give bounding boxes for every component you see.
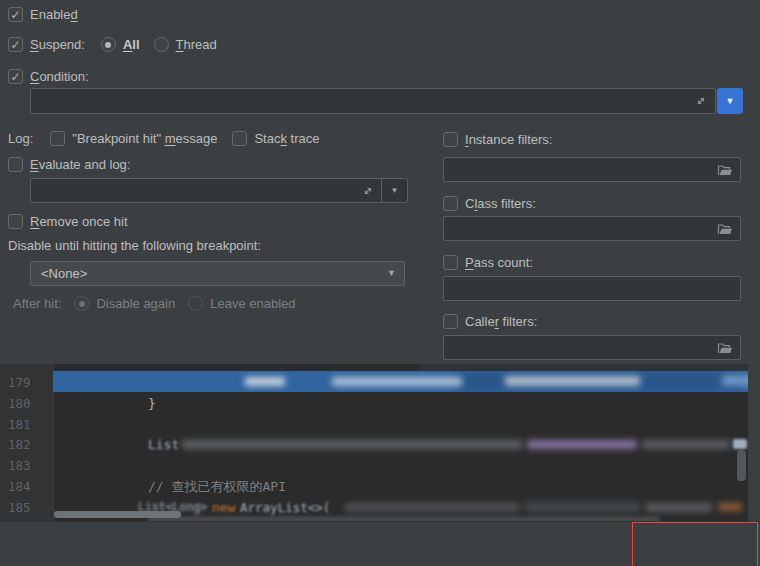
redacted-code-blur	[722, 375, 748, 386]
stack-trace-checkbox[interactable]	[232, 131, 247, 146]
dialog-footer: Done	[0, 521, 760, 566]
remove-once-hit-row: Remove once hit	[8, 214, 128, 229]
line-number: 185	[8, 497, 31, 518]
suspend-row: ✓ Suspend: All Thread	[8, 37, 217, 52]
redacted-code-blur	[420, 364, 748, 371]
redacted-code-blur	[718, 503, 742, 511]
breakpoint-selector[interactable]: <None> ▼	[30, 261, 405, 286]
after-hit-label: After hit:	[13, 296, 61, 311]
line-number: 182	[8, 434, 31, 455]
redacted-code-blur	[733, 439, 747, 449]
check-icon: ✓	[10, 39, 20, 51]
line-number: 183	[8, 455, 31, 476]
disable-until-label: Disable until hitting the following brea…	[8, 238, 261, 253]
remove-once-hit-label: Remove once hit	[30, 214, 128, 229]
horizontal-scrollbar-thumb[interactable]	[54, 511, 181, 518]
editor-gutter: 179 180 181 182 183 184 185	[0, 364, 54, 521]
condition-checkbox[interactable]: ✓	[8, 69, 23, 84]
redacted-code-blur	[525, 502, 640, 512]
class-filters-input[interactable]	[443, 216, 741, 241]
enabled-label: Enabled	[30, 7, 78, 22]
code-text: }	[148, 393, 156, 414]
class-filters-checkbox[interactable]	[443, 196, 458, 211]
code-comment: // 查找已有权限的API	[148, 476, 286, 497]
enabled-row: ✓ Enabled	[8, 7, 78, 22]
evaluate-history-button[interactable]: ▼	[381, 179, 407, 202]
pass-count-input[interactable]	[443, 276, 741, 301]
redacted-code-blur	[245, 377, 285, 386]
code-text: List	[148, 434, 179, 455]
chevron-down-icon: ▼	[387, 269, 396, 278]
line-number: 184	[8, 476, 31, 497]
caller-filters-row: Caller filters:	[443, 314, 537, 329]
line-number: 180	[8, 393, 31, 414]
disable-again-label: Disable again	[96, 296, 175, 311]
folder-icon[interactable]	[717, 341, 733, 354]
evaluate-and-log-row: Evaluate and log:	[8, 157, 130, 172]
expand-icon[interactable]	[362, 185, 374, 197]
pass-count-label: Pass count:	[465, 255, 533, 270]
check-icon: ✓	[10, 71, 20, 83]
folder-icon[interactable]	[717, 163, 733, 176]
code-editor[interactable]: 179 180 181 182 183 184 185 } List // 查找…	[0, 364, 748, 521]
suspend-all-radio[interactable]	[101, 37, 116, 52]
instance-filters-row: Instance filters:	[443, 132, 552, 147]
instance-filters-label: Instance filters:	[465, 132, 552, 147]
suspend-all-label: All	[123, 37, 140, 52]
redacted-code-blur	[332, 377, 462, 386]
enabled-checkbox[interactable]: ✓	[8, 7, 23, 22]
disable-again-radio	[74, 296, 89, 311]
redacted-code-blur	[527, 440, 637, 449]
condition-input[interactable]	[30, 88, 716, 114]
instance-filters-input[interactable]	[443, 157, 741, 182]
breakpoint-selector-value: <None>	[41, 266, 87, 281]
condition-label: Condition:	[30, 69, 89, 84]
leave-enabled-label: Leave enabled	[210, 296, 295, 311]
redacted-code-blur	[642, 440, 730, 449]
chevron-down-icon: ▼	[391, 187, 399, 195]
pass-count-checkbox[interactable]	[443, 255, 458, 270]
evaluate-input[interactable]: ▼	[30, 178, 408, 203]
code-keyword: new	[212, 497, 235, 518]
class-filters-label: Class filters:	[465, 196, 536, 211]
chevron-down-icon: ▼	[726, 97, 735, 106]
suspend-label: Suspend:	[30, 37, 85, 52]
line-number: 181	[8, 414, 31, 435]
evaluate-and-log-label: Evaluate and log:	[30, 157, 130, 172]
caller-filters-input[interactable]	[443, 335, 741, 360]
line-number: 179	[8, 372, 31, 393]
suspend-thread-label: Thread	[176, 37, 217, 52]
breakpoint-hit-message-checkbox[interactable]	[50, 131, 65, 146]
leave-enabled-radio	[188, 296, 203, 311]
code-text: ArrayList<>(	[240, 497, 330, 518]
log-row: Log: "Breakpoint hit" message Stack trac…	[8, 131, 319, 146]
vertical-scrollbar-thumb[interactable]	[737, 450, 746, 481]
redacted-code-blur	[345, 503, 520, 512]
instance-filters-checkbox[interactable]	[443, 132, 458, 147]
redacted-code-blur	[505, 376, 640, 386]
caller-filters-label: Caller filters:	[465, 314, 537, 329]
check-icon: ✓	[10, 9, 20, 21]
pass-count-row: Pass count:	[443, 255, 533, 270]
folder-icon[interactable]	[717, 222, 733, 235]
condition-row: ✓ Condition:	[8, 69, 89, 84]
log-label: Log:	[8, 131, 33, 146]
breakpoint-hit-message-label: "Breakpoint hit" message	[72, 131, 217, 146]
caller-filters-checkbox[interactable]	[443, 314, 458, 329]
evaluate-and-log-checkbox[interactable]	[8, 157, 23, 172]
redacted-code-blur	[645, 503, 712, 512]
redacted-code-blur	[182, 440, 522, 449]
suspend-checkbox[interactable]: ✓	[8, 37, 23, 52]
remove-once-hit-checkbox[interactable]	[8, 214, 23, 229]
suspend-thread-radio[interactable]	[154, 37, 169, 52]
stack-trace-label: Stack trace	[254, 131, 319, 146]
expand-icon[interactable]	[695, 95, 707, 107]
condition-history-button[interactable]: ▼	[717, 88, 743, 114]
after-hit-row: After hit: Disable again Leave enabled	[13, 296, 296, 311]
class-filters-row: Class filters:	[443, 196, 536, 211]
